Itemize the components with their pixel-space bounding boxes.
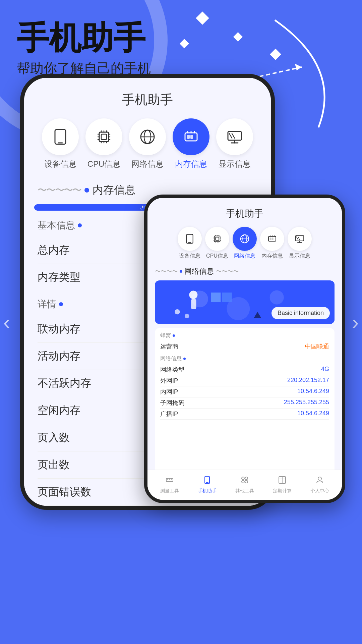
periodic-calc-label: 定期计算: [273, 488, 292, 494]
svg-rect-10: [101, 134, 107, 140]
svg-rect-32: [228, 131, 241, 140]
svg-line-76: [298, 237, 300, 240]
icon-memory-info[interactable]: 内存信息: [173, 118, 209, 169]
section-title: 内存信息: [93, 183, 135, 198]
carrier-dot: [173, 334, 175, 337]
small-icon-network[interactable]: 网络信息: [233, 227, 257, 260]
small-illustration-banner: Basic information: [155, 280, 335, 324]
icon-cpu-info[interactable]: CPU信息: [85, 118, 122, 169]
linked-memory-label: 联动内存: [38, 322, 80, 336]
subnet-mask-value: 255.255.255.255: [284, 399, 329, 407]
nav-phone-assistant[interactable]: 手机助手: [198, 476, 217, 494]
display-icon-circle: [216, 118, 253, 155]
small-device-label: 设备信息: [179, 253, 200, 260]
internal-ip-row: 内网IP 10.54.6.249: [160, 386, 329, 397]
total-memory-label: 总内存: [38, 243, 70, 258]
phone-assistant-label: 手机助手: [198, 488, 217, 494]
svg-point-95: [245, 480, 248, 483]
svg-rect-3: [196, 11, 209, 25]
basic-dot: [78, 223, 82, 227]
broadcast-ip-label: 广播IP: [160, 410, 178, 418]
section-dot: [84, 188, 89, 193]
nav-other-tools[interactable]: 其他工具: [235, 476, 254, 494]
nav-left-arrow[interactable]: ‹: [3, 311, 10, 334]
net-dot: [183, 358, 186, 360]
broadcast-ip-row: 广播IP 10.54.6.249: [160, 409, 329, 420]
svg-line-75: [296, 237, 298, 240]
svg-point-83: [175, 309, 180, 314]
small-icon-device[interactable]: 设备信息: [178, 227, 202, 260]
broadcast-ip-value: 10.54.6.249: [297, 410, 329, 418]
svg-rect-5: [270, 49, 281, 60]
svg-rect-68: [272, 237, 274, 240]
small-display-label: 显示信息: [289, 253, 310, 260]
internal-ip-label: 内网IP: [160, 388, 178, 396]
net-type-row: 网络类型 4G: [160, 364, 329, 375]
small-section-title: 网络信息: [184, 266, 214, 276]
svg-point-44: [141, 209, 142, 210]
device-icon-circle: [42, 118, 79, 155]
icon-network-info[interactable]: 网络信息: [129, 118, 166, 169]
measure-tool-icon: [165, 476, 174, 487]
personal-center-icon: [315, 476, 324, 487]
basic-info-badge: Basic information: [272, 307, 330, 319]
nav-periodic-calc[interactable]: 定期计算: [273, 476, 292, 494]
page-error-label: 页面错误数: [38, 485, 91, 499]
large-phone-title: 手机助手: [122, 91, 173, 108]
small-display-icon: [288, 227, 312, 251]
icon-device-info[interactable]: 设备信息: [42, 118, 79, 169]
svg-point-84: [185, 314, 189, 318]
network-icon-label: 网络信息: [131, 159, 164, 169]
small-network-label: 网络信息: [234, 253, 255, 260]
memory-type-label: 内存类型: [38, 270, 80, 285]
phone-small-mockup: 手机助手 设备信息 CPU信息 网络信息: [144, 195, 345, 503]
icon-display-info[interactable]: 显示信息: [216, 118, 253, 169]
svg-rect-6: [180, 39, 189, 48]
active-memory-label: 活动内存: [38, 349, 80, 364]
svg-rect-50: [216, 237, 219, 240]
personal-center-label: 个人中心: [310, 488, 329, 494]
memory-icon-label: 内存信息: [175, 159, 207, 169]
small-icon-memory[interactable]: 内存信息: [260, 227, 284, 260]
display-icon-label: 显示信息: [219, 159, 251, 169]
measure-tool-label: 测量工具: [160, 488, 179, 494]
nav-right-arrow[interactable]: ›: [352, 311, 359, 334]
net-section-label: 网络信息: [160, 355, 329, 362]
svg-line-35: [229, 133, 232, 138]
svg-rect-67: [270, 237, 272, 240]
nav-personal-center[interactable]: 个人中心: [310, 476, 329, 494]
small-section-dot: [180, 270, 182, 273]
carrier-value: 中国联通: [305, 342, 329, 351]
svg-rect-42: [142, 207, 143, 208]
svg-point-43: [140, 208, 140, 209]
phone-assistant-icon: [203, 476, 212, 487]
svg-marker-2: [295, 64, 302, 70]
external-ip-label: 外网IP: [160, 377, 178, 385]
svg-rect-82: [191, 299, 196, 309]
svg-point-41: [142, 206, 143, 207]
subnet-mask-row: 子网掩码 255.255.255.255: [160, 397, 329, 409]
net-type-label: 网络类型: [160, 366, 184, 374]
network-icon-circle: [129, 118, 166, 155]
external-ip-value: 220.202.152.17: [287, 377, 329, 385]
svg-point-80: [270, 290, 284, 305]
device-icon-label: 设备信息: [44, 159, 76, 169]
app-title: 手机助手: [17, 20, 151, 56]
svg-rect-72: [296, 235, 304, 241]
large-icon-row: 设备信息 CPU信息 网络信息 内存信息: [34, 118, 261, 169]
small-cpu-label: CPU信息: [206, 253, 228, 260]
small-icon-display[interactable]: 显示信息: [288, 227, 312, 260]
subnet-mask-label: 子网掩码: [160, 399, 184, 407]
small-phone-title: 手机助手: [226, 207, 263, 220]
svg-rect-4: [233, 32, 243, 42]
svg-point-94: [242, 480, 244, 483]
small-memory-icon: [260, 227, 284, 251]
cpu-icon-circle: [85, 118, 122, 155]
small-icon-cpu[interactable]: CPU信息: [205, 227, 229, 260]
svg-point-92: [242, 477, 244, 480]
small-wavy-right: 〜〜〜〜: [216, 267, 239, 275]
small-wavy: 〜〜〜〜: [155, 267, 178, 275]
nav-measure-tool[interactable]: 测量工具: [160, 476, 179, 494]
page-in-label: 页入数: [38, 430, 70, 445]
carrier-label-text: 运营商: [160, 342, 178, 351]
